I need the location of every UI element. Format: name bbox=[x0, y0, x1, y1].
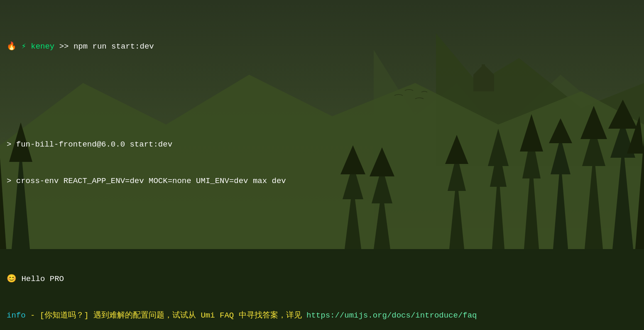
cmd-line-2: > cross-env REACT_APP_ENV=dev MOCK=none … bbox=[7, 175, 637, 187]
prompt-command: npm run start:dev bbox=[73, 42, 154, 51]
prompt-username: keney bbox=[31, 42, 54, 51]
prompt-line: 🔥 ⚡ keney >> npm run start:dev bbox=[7, 41, 637, 53]
prompt-fire-icon: 🔥 bbox=[7, 42, 17, 51]
prompt-lightning-icon: ⚡ bbox=[21, 42, 26, 51]
prompt-arrow: >> bbox=[54, 42, 73, 51]
cmd-line-1: > fun-bill-frontend@6.0.0 start:dev bbox=[7, 139, 637, 151]
blank-line-0 bbox=[7, 90, 637, 102]
info-line-1: info - [你知道吗？] 遇到难解的配置问题，试试从 Umi FAQ 中寻找… bbox=[7, 310, 637, 322]
hello-line: 😊 Hello PRO bbox=[7, 273, 637, 285]
terminal: 🔥 ⚡ keney >> npm run start:dev > fun-bil… bbox=[0, 0, 644, 330]
blank-line-1 bbox=[7, 224, 637, 236]
